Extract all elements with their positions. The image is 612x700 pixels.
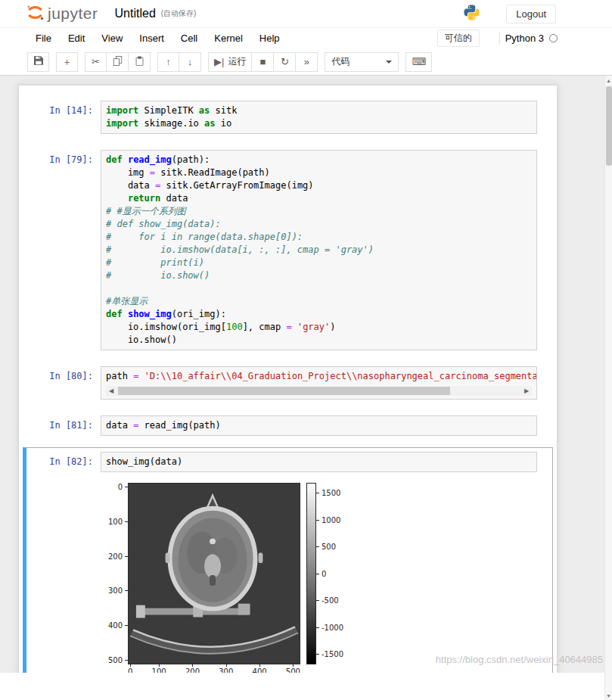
plus-icon: ＋ [62, 55, 72, 69]
code-input[interactable]: data = read_img(path) [101, 415, 537, 436]
kernel-divider [499, 33, 500, 45]
code-text: show_img(data) [106, 456, 532, 468]
code-text: def read_img(path): img = sitk.ReadImage… [106, 154, 532, 347]
toolbar: ＋ ✂ ↑ ↓ ▶| 运行 ■ ↻ » 代码 ⌨ [0, 48, 612, 76]
vertical-scroll-thumb[interactable] [606, 86, 612, 166]
input-prompt: In [80]: [34, 366, 101, 400]
code-input[interactable]: def read_img(path): img = sitk.ReadImage… [101, 150, 537, 350]
paste-icon [135, 56, 144, 68]
kernel-idle-icon [549, 34, 558, 42]
horizontal-scroll-thumb[interactable] [118, 387, 450, 395]
code-input[interactable]: import SimpleITK as sitkimport skimage.i… [101, 101, 537, 134]
chevron-down-icon [386, 61, 392, 64]
menubar: File Edit View Insert Cell Kernel Help 可… [0, 27, 612, 48]
colorbar-ticks: 150010005000-500-1000-1500 [316, 489, 343, 658]
code-text: import SimpleITK as sitkimport skimage.i… [106, 104, 532, 130]
horizontal-scrollbar[interactable]: ◀ ▶ [106, 386, 532, 396]
vertical-scrollbar[interactable]: ▲ ▼ [604, 76, 612, 700]
matplotlib-figure: 0100200300400500 [104, 483, 343, 673]
keyboard-icon: ⌨ [412, 56, 426, 67]
code-text: path = 'D:\\10_affair\\04_Graduation_Pro… [106, 370, 532, 383]
autosave-status: (自动保存) [161, 8, 197, 19]
menu-help[interactable]: Help [251, 30, 288, 47]
input-prompt: In [82]: [34, 452, 101, 472]
output-prompt [34, 478, 101, 673]
move-cell-down-button[interactable]: ↓ [179, 52, 201, 72]
code-input[interactable]: path = 'D:\\10_affair\\04_Graduation_Pro… [101, 366, 537, 400]
notebook-title[interactable]: Untitled [115, 7, 156, 20]
menu-kernel[interactable]: Kernel [206, 30, 251, 47]
kernel-indicator: Python 3 [499, 33, 558, 45]
cell-type-value: 代码 [331, 55, 349, 68]
code-input[interactable]: show_img(data) [101, 452, 537, 472]
trusted-indicator[interactable]: 可信的 [437, 30, 480, 47]
command-palette-button[interactable]: ⌨ [405, 52, 432, 72]
arrow-up-icon: ↑ [166, 56, 171, 67]
kernel-name: Python 3 [505, 33, 544, 44]
scroll-up-arrow[interactable]: ▲ [605, 76, 612, 85]
arrow-down-icon: ↓ [188, 56, 193, 67]
menu-insert[interactable]: Insert [131, 30, 172, 47]
input-prompt: In [14]: [34, 101, 101, 134]
scroll-down-arrow[interactable]: ▼ [605, 691, 612, 700]
fast-forward-icon: » [304, 56, 309, 67]
move-cell-up-button[interactable]: ↑ [157, 52, 179, 72]
save-icon [34, 56, 43, 67]
code-cell-80[interactable]: In [80]: path = 'D:\\10_affair\\04_Gradu… [23, 362, 553, 404]
input-prompt: In [81]: [34, 415, 101, 436]
logout-button[interactable]: Logout [506, 5, 556, 23]
stop-icon: ■ [259, 56, 266, 67]
notebook-scroll-area: In [14]: import SimpleITK as sitkimport … [0, 76, 612, 673]
menu-cell[interactable]: Cell [172, 30, 206, 47]
menu-file[interactable]: File [27, 30, 60, 47]
restart-run-all-button[interactable]: » [296, 52, 318, 72]
run-icon: ▶| [214, 56, 224, 67]
menu-edit[interactable]: Edit [60, 30, 93, 47]
cut-cell-button[interactable]: ✂ [85, 52, 107, 72]
scissors-icon: ✂ [92, 56, 100, 67]
code-cell-14[interactable]: In [14]: import SimpleITK as sitkimport … [23, 96, 553, 138]
input-prompt: In [79]: [34, 150, 101, 350]
colorbar [306, 483, 316, 664]
jupyter-logo[interactable]: jupyter [26, 3, 98, 25]
x-axis-ticks: 0100200300400500 [128, 667, 300, 673]
restart-icon: ↻ [281, 56, 289, 67]
header: jupyter Untitled (自动保存) Logout [0, 0, 612, 27]
copy-icon [113, 56, 123, 68]
jupyter-wordmark: jupyter [48, 5, 98, 23]
paste-cell-button[interactable] [129, 52, 151, 72]
cell-output: 0100200300400500 [101, 478, 343, 673]
menu-view[interactable]: View [93, 30, 131, 47]
y-axis-ticks: 0100200300400500 [104, 483, 128, 664]
cell-type-select[interactable]: 代码 [325, 52, 399, 72]
code-cell-82-selected[interactable]: In [82]: show_img(data) 0100200300400500 [23, 447, 553, 673]
jupyter-planet-icon [26, 3, 45, 25]
interrupt-kernel-button[interactable]: ■ [252, 52, 274, 72]
notebook-container: In [14]: import SimpleITK as sitkimport … [18, 85, 558, 673]
restart-kernel-button[interactable]: ↻ [274, 52, 296, 72]
code-cell-81[interactable]: In [81]: data = read_img(path) [23, 411, 553, 440]
save-button[interactable] [27, 52, 49, 72]
run-label: 运行 [228, 55, 246, 68]
code-text: data = read_img(path) [106, 419, 532, 432]
scroll-right-arrow[interactable]: ▶ [521, 386, 532, 396]
scroll-left-arrow[interactable]: ◀ [106, 386, 116, 396]
ct-image [128, 483, 300, 664]
horizontal-scroll-track[interactable] [116, 386, 521, 396]
add-cell-button[interactable]: ＋ [56, 52, 78, 72]
code-cell-79[interactable]: In [79]: def read_img(path): img = sitk.… [23, 145, 553, 355]
copy-cell-button[interactable] [107, 52, 129, 72]
run-cell-button[interactable]: ▶| 运行 [208, 52, 252, 72]
python-logo-icon [463, 4, 480, 24]
